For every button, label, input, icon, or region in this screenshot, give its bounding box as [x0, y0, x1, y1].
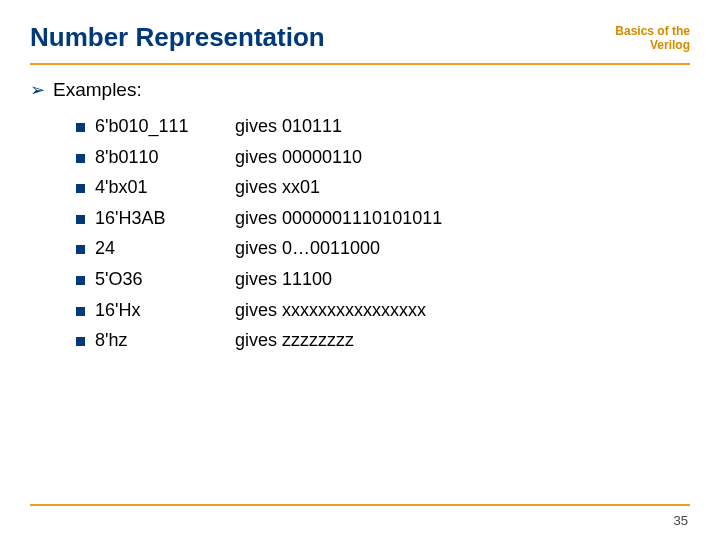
example-rhs: gives 010111 — [235, 111, 690, 142]
page-number: 35 — [674, 513, 688, 528]
example-rhs: gives 11100 — [235, 264, 690, 295]
page-title: Number Representation — [30, 22, 325, 53]
breadcrumb: Basics of the Verilog — [615, 22, 690, 53]
examples-label: Examples: — [53, 79, 142, 101]
divider-bottom — [30, 504, 690, 506]
square-bullet-icon — [76, 337, 85, 346]
list-item: 8'b0110 gives 00000110 — [76, 142, 690, 173]
list-item: 16'H3AB gives 0000001110101011 — [76, 203, 690, 234]
square-bullet-icon — [76, 184, 85, 193]
example-lhs: 16'H3AB — [95, 203, 235, 234]
list-item: 6'b010_111 gives 010111 — [76, 111, 690, 142]
list-item: 5'O36 gives 11100 — [76, 264, 690, 295]
square-bullet-icon — [76, 276, 85, 285]
example-rhs: gives zzzzzzzz — [235, 325, 690, 356]
square-bullet-icon — [76, 307, 85, 316]
example-rhs: gives xx01 — [235, 172, 690, 203]
example-lhs: 5'O36 — [95, 264, 235, 295]
example-rhs: gives 0000001110101011 — [235, 203, 690, 234]
example-lhs: 4'bx01 — [95, 172, 235, 203]
square-bullet-icon — [76, 123, 85, 132]
breadcrumb-line-1: Basics of the — [615, 24, 690, 38]
example-rhs: gives 00000110 — [235, 142, 690, 173]
example-lhs: 16'Hx — [95, 295, 235, 326]
arrow-bullet-icon: ➢ — [30, 81, 45, 99]
list-item: 16'Hx gives xxxxxxxxxxxxxxxx — [76, 295, 690, 326]
example-rhs: gives 0…0011000 — [235, 233, 690, 264]
square-bullet-icon — [76, 154, 85, 163]
example-lhs: 8'b0110 — [95, 142, 235, 173]
breadcrumb-line-2: Verilog — [615, 38, 690, 52]
examples-heading: ➢ Examples: — [30, 79, 690, 101]
square-bullet-icon — [76, 245, 85, 254]
example-lhs: 6'b010_111 — [95, 111, 235, 142]
header: Number Representation Basics of the Veri… — [0, 0, 720, 59]
list-item: 24 gives 0…0011000 — [76, 233, 690, 264]
example-lhs: 8'hz — [95, 325, 235, 356]
content: ➢ Examples: 6'b010_111 gives 010111 8'b0… — [0, 65, 720, 356]
list-item: 8'hz gives zzzzzzzz — [76, 325, 690, 356]
square-bullet-icon — [76, 215, 85, 224]
example-rhs: gives xxxxxxxxxxxxxxxx — [235, 295, 690, 326]
example-lhs: 24 — [95, 233, 235, 264]
list-item: 4'bx01 gives xx01 — [76, 172, 690, 203]
example-list: 6'b010_111 gives 010111 8'b0110 gives 00… — [30, 111, 690, 356]
